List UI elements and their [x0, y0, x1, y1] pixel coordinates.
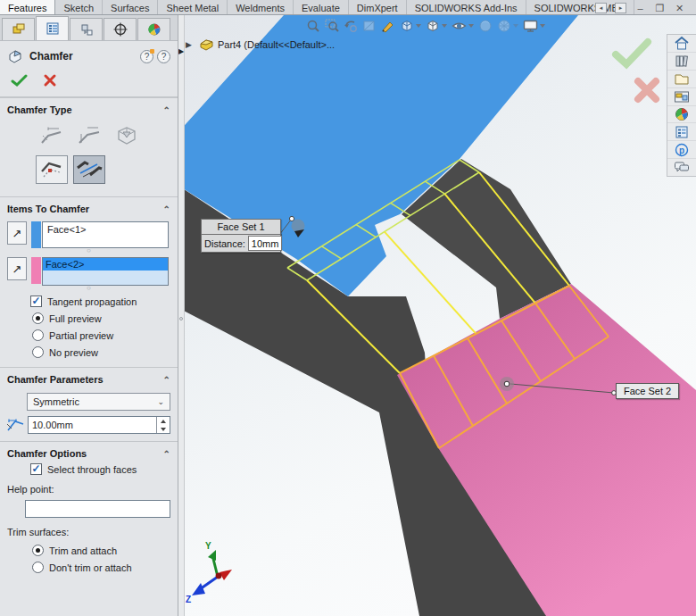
- 3dexperience-tab[interactable]: p: [667, 141, 696, 159]
- flyout-feature-tree[interactable]: ▶ Part4 (Default<<Default>...: [186, 38, 335, 51]
- view-orientation-button[interactable]: [399, 17, 422, 35]
- section-chamfer-type[interactable]: Chamfer Type ⌃: [0, 97, 178, 120]
- selection-arrow-icon[interactable]: ↗: [7, 221, 27, 245]
- partial-preview-radio[interactable]: [32, 329, 44, 341]
- partial-preview-row[interactable]: Partial preview: [32, 329, 178, 341]
- no-preview-row[interactable]: No preview: [32, 346, 178, 358]
- appearances-scenes-tab[interactable]: [667, 106, 696, 124]
- design-library-tab[interactable]: [667, 53, 696, 71]
- collapse-chevron-icon[interactable]: ⌃: [163, 449, 170, 459]
- file-explorer-tab[interactable]: [667, 71, 696, 88]
- tree-expand-caret-icon[interactable]: ▶: [186, 40, 192, 49]
- ribbon-tab-weldments[interactable]: Weldments: [228, 0, 294, 14]
- previous-view-button[interactable]: [343, 17, 359, 35]
- face-set-1-item[interactable]: Face<1>: [45, 223, 166, 236]
- trim-surfaces-label: Trim surfaces:: [0, 520, 178, 539]
- sketch-appearance-button[interactable]: [380, 17, 396, 35]
- tab-property-manager[interactable]: [36, 16, 69, 40]
- ribbon-tab-sheet-metal[interactable]: Sheet Metal: [158, 0, 228, 14]
- property-manager-header: Chamfer ? ?: [0, 41, 178, 70]
- distance-callout-label: Distance:: [204, 238, 245, 249]
- spinner-up-icon[interactable]: [157, 417, 170, 425]
- full-preview-radio[interactable]: [32, 312, 44, 324]
- view-settings-button[interactable]: [522, 17, 546, 35]
- window-close-icon[interactable]: ✕: [674, 3, 685, 13]
- collapse-chevron-icon[interactable]: ⌃: [163, 105, 170, 115]
- window-minimize-icon[interactable]: –: [634, 3, 646, 13]
- collapse-chevron-icon[interactable]: ⌃: [163, 375, 170, 385]
- view-palette-tab[interactable]: [667, 88, 696, 106]
- section-items-to-chamfer[interactable]: Items To Chamfer ⌃: [0, 196, 178, 219]
- tab-display-manager[interactable]: [137, 18, 170, 40]
- ribbon-tab-dimxpert[interactable]: DimXpert: [349, 0, 407, 14]
- ribbon-tab-sketch[interactable]: Sketch: [55, 0, 103, 14]
- tangent-propagation-row[interactable]: ✓ Tangent propagation: [30, 296, 178, 307]
- face-set-2-item[interactable]: Face<2>: [43, 258, 168, 271]
- ribbon-tab-evaluate[interactable]: Evaluate: [294, 0, 349, 14]
- zoom-to-fit-button[interactable]: [305, 17, 321, 35]
- full-preview-row[interactable]: Full preview: [32, 312, 178, 324]
- window-restore-icon[interactable]: ❐: [654, 3, 666, 13]
- confirm-cancel-icon[interactable]: [638, 81, 656, 99]
- window-back-icon[interactable]: ◂: [595, 3, 607, 13]
- flyout-expand-icon[interactable]: ▶: [178, 47, 184, 55]
- trim-and-attach-radio[interactable]: [32, 545, 44, 556]
- ribbon-tab-solidworks-add-ins[interactable]: SOLIDWORKS Add-Ins: [407, 0, 526, 14]
- collapse-chevron-icon[interactable]: ⌃: [163, 204, 170, 214]
- help-icon[interactable]: ?: [157, 50, 170, 63]
- listbox-resize-grip[interactable]: ○: [0, 248, 178, 254]
- section-view-button[interactable]: [361, 17, 377, 35]
- ribbon-tab-surfaces[interactable]: Surfaces: [103, 0, 158, 14]
- trim-and-attach-row[interactable]: Trim and attach: [32, 545, 178, 556]
- dont-trim-radio[interactable]: [32, 562, 44, 573]
- section-chamfer-parameters[interactable]: Chamfer Parameters ⌃: [0, 367, 178, 389]
- listbox-resize-grip[interactable]: ○: [0, 286, 178, 292]
- custom-properties-tab[interactable]: [667, 123, 696, 141]
- section-chamfer-type-label: Chamfer Type: [7, 104, 72, 115]
- whats-new-icon[interactable]: ?: [140, 50, 153, 63]
- chamfer-type-face-face-button[interactable]: [73, 155, 105, 184]
- window-forward-icon[interactable]: ▸: [615, 3, 626, 13]
- section-chamfer-options[interactable]: Chamfer Options ⌃: [0, 441, 178, 463]
- chamfer-type-offset-face-button[interactable]: [36, 155, 68, 184]
- cancel-button[interactable]: [43, 73, 57, 87]
- face-set-2-callout-title[interactable]: Face Set 2: [616, 383, 679, 399]
- face-set-1-callout-title[interactable]: Face Set 1: [201, 219, 281, 235]
- chamfer-type-vertex-button[interactable]: [111, 121, 143, 150]
- selection-arrow-icon[interactable]: ↗: [7, 257, 27, 280]
- help-point-input[interactable]: [25, 500, 170, 518]
- dont-trim-row[interactable]: Don't trim or attach: [32, 562, 178, 573]
- face-set-1-listbox[interactable]: Face<1>: [42, 221, 169, 248]
- chamfer-type-angle-distance-button[interactable]: [36, 121, 68, 150]
- face-set-2-callout[interactable]: Face Set 2: [616, 383, 679, 399]
- face-set-1-callout[interactable]: Face Set 1 Distance: 10mm: [201, 219, 281, 253]
- distance-callout-input[interactable]: 10mm: [248, 236, 282, 251]
- tab-configuration-manager[interactable]: [70, 18, 103, 40]
- spinner-down-icon[interactable]: [157, 425, 170, 433]
- part-tree-label[interactable]: Part4 (Default<<Default>...: [218, 39, 335, 50]
- previous-view-icon: [344, 19, 358, 33]
- comments-tab[interactable]: [667, 159, 696, 176]
- panel-splitter[interactable]: ▶: [178, 15, 185, 616]
- face-set-2-listbox[interactable]: Face<2>: [42, 257, 169, 286]
- tangent-propagation-checkbox[interactable]: ✓: [30, 296, 42, 307]
- ribbon-tab-features[interactable]: Features: [0, 0, 55, 14]
- symmetry-dropdown[interactable]: Symmetric ⌄: [27, 393, 170, 411]
- hide-show-items-button[interactable]: [451, 17, 475, 35]
- display-style-button[interactable]: [425, 17, 448, 35]
- apply-scene-button[interactable]: [496, 17, 519, 35]
- tab-dimxpert-manager[interactable]: [104, 18, 137, 40]
- ok-button[interactable]: [11, 73, 29, 87]
- no-preview-radio[interactable]: [32, 346, 44, 358]
- tab-feature-manager-tree[interactable]: [2, 18, 35, 40]
- graphics-viewport[interactable]: Y Z ▶ ▶ Part4 (Default<<Default>...: [178, 15, 696, 616]
- confirm-ok-icon[interactable]: [616, 42, 648, 64]
- splitter-handle[interactable]: [179, 317, 183, 320]
- home-tab[interactable]: [667, 35, 696, 53]
- select-through-faces-row[interactable]: ✓ Select through faces: [30, 463, 178, 475]
- edit-appearance-button[interactable]: [477, 17, 493, 35]
- select-through-faces-checkbox[interactable]: ✓: [30, 463, 42, 475]
- zoom-to-area-button[interactable]: [324, 17, 340, 35]
- distance-input[interactable]: 10.00mm: [28, 416, 170, 434]
- chamfer-type-distance-distance-button[interactable]: [73, 121, 105, 150]
